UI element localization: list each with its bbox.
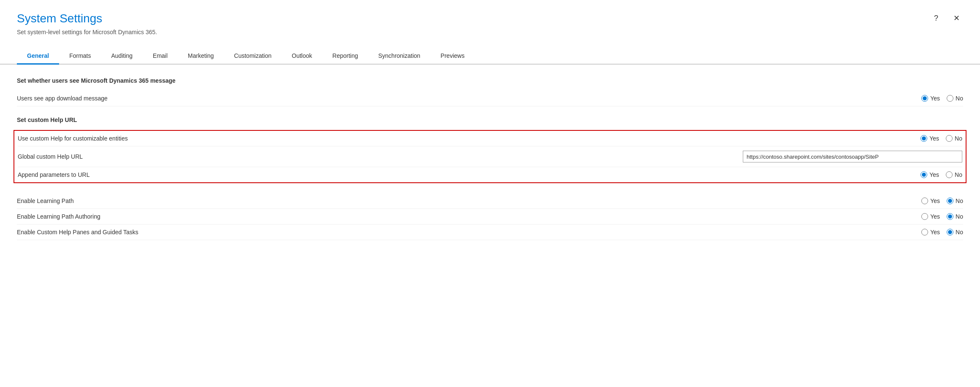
custom-help-no-radio[interactable] [946,135,953,142]
tab-email[interactable]: Email [143,48,178,65]
custom-panes-yes-label: Yes [930,229,940,235]
append-params-yes-radio[interactable] [920,171,927,178]
global-help-url-control [743,151,962,162]
enable-learning-path-row: Enable Learning Path Yes No [17,193,963,209]
enable-custom-help-panes-label: Enable Custom Help Panes and Guided Task… [17,229,837,235]
learning-authoring-yes-label: Yes [930,213,940,220]
enable-custom-help-panes-control: Yes No [837,229,963,235]
system-settings-dialog: System Settings Set system-level setting… [0,0,980,387]
ms-message-section: Set whether users see Microsoft Dynamics… [17,77,963,106]
learning-authoring-yes-radio[interactable] [921,213,928,220]
global-help-url-label: Global custom Help URL [18,153,743,160]
tab-outlook[interactable]: Outlook [282,48,322,65]
custom-help-entities-control: Yes No [836,135,962,142]
enable-learning-path-authoring-row: Enable Learning Path Authoring Yes No [17,209,963,225]
custom-help-no-label: No [955,135,962,142]
custom-help-no-option[interactable]: No [946,135,962,142]
app-download-label: Users see app download message [17,95,837,102]
app-download-no-radio[interactable] [947,95,953,102]
custom-panes-yes-radio[interactable] [921,229,928,235]
enable-custom-help-panes-row: Enable Custom Help Panes and Guided Task… [17,225,963,240]
learning-authoring-no-option[interactable]: No [947,213,963,220]
custom-panes-no-option[interactable]: No [947,229,963,235]
append-params-label: Append parameters to URL [18,171,836,178]
dialog-title: System Settings [17,12,963,25]
learning-path-no-option[interactable]: No [947,198,963,204]
custom-help-entities-row: Use custom Help for customizable entitie… [18,131,962,146]
enable-learning-path-label: Enable Learning Path [17,198,837,204]
learning-path-yes-radio[interactable] [921,198,928,204]
app-download-yes-option[interactable]: Yes [921,95,940,102]
custom-help-section-title: Set custom Help URL [17,116,963,123]
tab-previews[interactable]: Previews [430,48,475,65]
learning-path-yes-label: Yes [930,198,940,204]
learning-path-no-radio[interactable] [947,198,953,204]
custom-help-section-wrapper: Set custom Help URL Use custom Help for … [17,116,963,183]
app-download-no-label: No [956,95,963,102]
append-params-no-label: No [955,171,962,178]
append-params-yes-option[interactable]: Yes [920,171,939,178]
header-actions: ? ✕ [931,12,963,24]
enable-learning-path-authoring-label: Enable Learning Path Authoring [17,213,837,220]
custom-panes-no-label: No [956,229,963,235]
global-help-url-input[interactable] [743,151,962,162]
app-download-yes-radio[interactable] [921,95,928,102]
append-params-no-option[interactable]: No [946,171,962,178]
app-download-control: Yes No [837,95,963,102]
tab-marketing[interactable]: Marketing [178,48,224,65]
tab-reporting[interactable]: Reporting [322,48,368,65]
tab-general[interactable]: General [17,48,59,65]
custom-panes-yes-option[interactable]: Yes [921,229,940,235]
custom-help-yes-option[interactable]: Yes [920,135,939,142]
custom-help-entities-label: Use custom Help for customizable entitie… [18,135,836,142]
append-params-row: Append parameters to URL Yes No [18,167,962,182]
dialog-header: System Settings Set system-level setting… [0,0,980,44]
enable-learning-path-control: Yes No [837,198,963,204]
learning-authoring-no-radio[interactable] [947,213,953,220]
settings-content: Set whether users see Microsoft Dynamics… [0,65,980,253]
append-params-yes-label: Yes [929,171,939,178]
ms-message-section-title: Set whether users see Microsoft Dynamics… [17,77,963,84]
custom-panes-no-radio[interactable] [947,229,953,235]
append-params-control: Yes No [836,171,962,178]
close-button[interactable]: ✕ [950,12,963,24]
help-button[interactable]: ? [931,12,942,24]
app-download-yes-label: Yes [930,95,940,102]
tab-formats[interactable]: Formats [59,48,101,65]
learning-authoring-no-label: No [956,213,963,220]
tab-auditing[interactable]: Auditing [101,48,143,65]
learning-path-no-label: No [956,198,963,204]
custom-help-yes-radio[interactable] [920,135,927,142]
tabs-bar: GeneralFormatsAuditingEmailMarketingCust… [0,48,980,65]
learning-section: Enable Learning Path Yes No Enable Learn… [17,193,963,240]
learning-path-yes-option[interactable]: Yes [921,198,940,204]
custom-help-yes-label: Yes [929,135,939,142]
app-download-no-option[interactable]: No [947,95,963,102]
dialog-subtitle: Set system-level settings for Microsoft … [17,29,963,35]
enable-learning-path-authoring-control: Yes No [837,213,963,220]
tab-customization[interactable]: Customization [224,48,282,65]
app-download-row: Users see app download message Yes No [17,91,963,106]
learning-authoring-yes-option[interactable]: Yes [921,213,940,220]
tab-synchronization[interactable]: Synchronization [368,48,430,65]
append-params-no-radio[interactable] [946,171,953,178]
global-help-url-row: Global custom Help URL [18,146,962,167]
custom-help-highlighted-block: Use custom Help for customizable entitie… [14,130,966,183]
